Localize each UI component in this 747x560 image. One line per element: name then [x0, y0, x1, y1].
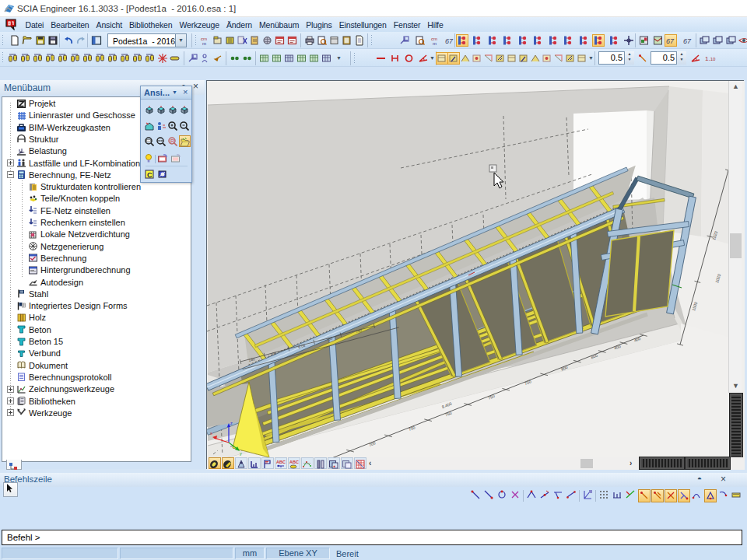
svg-text:y: y	[240, 451, 242, 456]
svg-text:ABC: ABC	[276, 460, 286, 464]
svg-text:67: 67	[666, 37, 675, 45]
svg-text:●: ●	[333, 464, 335, 468]
svg-text:C: C	[147, 171, 153, 179]
svg-text:x: x	[210, 431, 212, 436]
svg-text:67: 67	[683, 37, 692, 45]
svg-text:ABC: ABC	[289, 460, 299, 464]
svg-text:m: m	[433, 41, 437, 46]
svg-text:R: R	[170, 138, 174, 144]
svg-text:z: z	[230, 421, 233, 425]
svg-text:67: 67	[445, 37, 454, 45]
svg-text:m: m	[202, 41, 206, 46]
